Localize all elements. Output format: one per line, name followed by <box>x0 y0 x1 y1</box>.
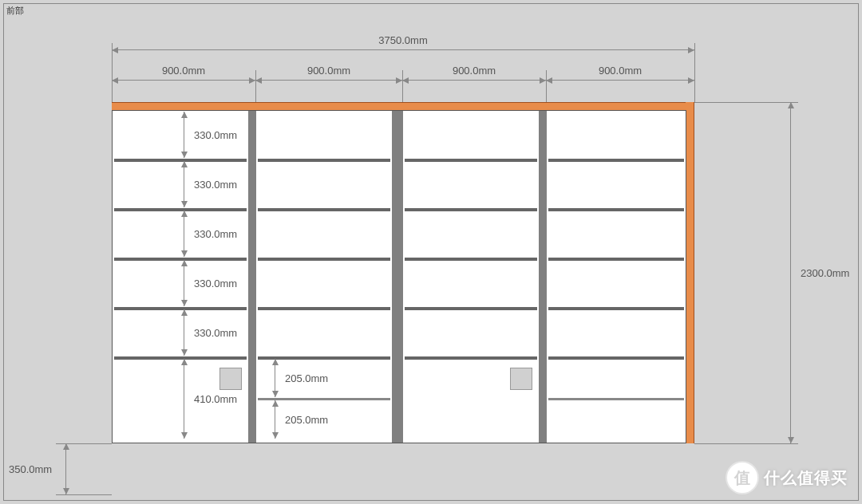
dimension-drawer-upper: 205.0mm <box>275 359 275 397</box>
extension-line <box>56 494 112 495</box>
dimension-bottom: 410.0mm <box>184 359 184 439</box>
shelf <box>258 159 390 162</box>
watermark-badge-icon: 值 <box>727 463 757 493</box>
extension-line <box>255 70 256 102</box>
dimension-label: 205.0mm <box>285 372 328 384</box>
drawer-divider <box>548 398 684 400</box>
dimension-base-height: 350.0mm <box>65 443 66 494</box>
column-3 <box>403 111 547 443</box>
shelf <box>405 208 537 211</box>
dimension-label: 900.0mm <box>307 65 350 77</box>
shelf <box>405 356 537 360</box>
extension-line <box>546 70 547 102</box>
dimension-shelf: 330.0mm <box>184 161 184 207</box>
outlet-icon <box>219 368 242 390</box>
dimension-label: 3750.0mm <box>378 34 427 46</box>
dimension-label: 350.0mm <box>9 463 52 475</box>
shelf <box>258 258 390 261</box>
shelf <box>548 159 684 162</box>
shelf <box>548 356 684 360</box>
dimension-label: 330.0mm <box>194 129 237 141</box>
column-4 <box>547 111 686 443</box>
dimension-label: 900.0mm <box>599 65 642 77</box>
shelf <box>258 307 390 310</box>
extension-line <box>694 102 798 103</box>
dimension-col1: 900.0mm <box>112 80 255 81</box>
shelf <box>405 307 537 310</box>
dimension-total-width: 3750.0mm <box>112 49 694 50</box>
shelf <box>114 307 247 310</box>
shelf <box>405 258 537 261</box>
extension-line <box>694 43 695 102</box>
dimension-shelf: 330.0mm <box>184 211 184 257</box>
shelf <box>258 208 390 211</box>
dimension-label: 330.0mm <box>194 179 237 191</box>
shelf <box>114 159 247 162</box>
shelf <box>548 307 684 310</box>
dimension-label: 205.0mm <box>285 414 328 426</box>
dimension-label: 330.0mm <box>194 327 237 339</box>
extension-line <box>402 70 403 102</box>
outlet-icon <box>510 368 532 390</box>
watermark: 值 什么值得买 <box>727 463 848 493</box>
shelf <box>114 356 247 360</box>
dimension-label: 900.0mm <box>162 65 205 77</box>
shelf <box>114 208 247 211</box>
right-trim <box>686 102 694 443</box>
shelf <box>114 258 247 261</box>
dimension-label: 900.0mm <box>453 65 496 77</box>
dimension-col3: 900.0mm <box>402 80 546 81</box>
dimension-total-height: 2300.0mm <box>790 102 791 443</box>
dimension-shelf: 330.0mm <box>184 260 184 306</box>
dimension-col4: 900.0mm <box>546 80 694 81</box>
dimension-label: 410.0mm <box>194 393 237 405</box>
dimension-col2: 900.0mm <box>255 80 402 81</box>
shelf <box>548 258 684 261</box>
extension-line <box>694 443 798 444</box>
dimension-shelf: 330.0mm <box>184 112 184 158</box>
dimension-label: 330.0mm <box>194 278 237 289</box>
watermark-text: 什么值得买 <box>764 467 848 489</box>
dimension-label: 2300.0mm <box>801 267 849 279</box>
dimension-drawer-lower: 205.0mm <box>275 400 275 439</box>
shelf <box>548 208 684 211</box>
dimension-shelf: 330.0mm <box>184 309 184 356</box>
shelf <box>405 159 537 162</box>
view-title: 前部 <box>6 5 24 17</box>
dimension-label: 330.0mm <box>194 228 237 240</box>
